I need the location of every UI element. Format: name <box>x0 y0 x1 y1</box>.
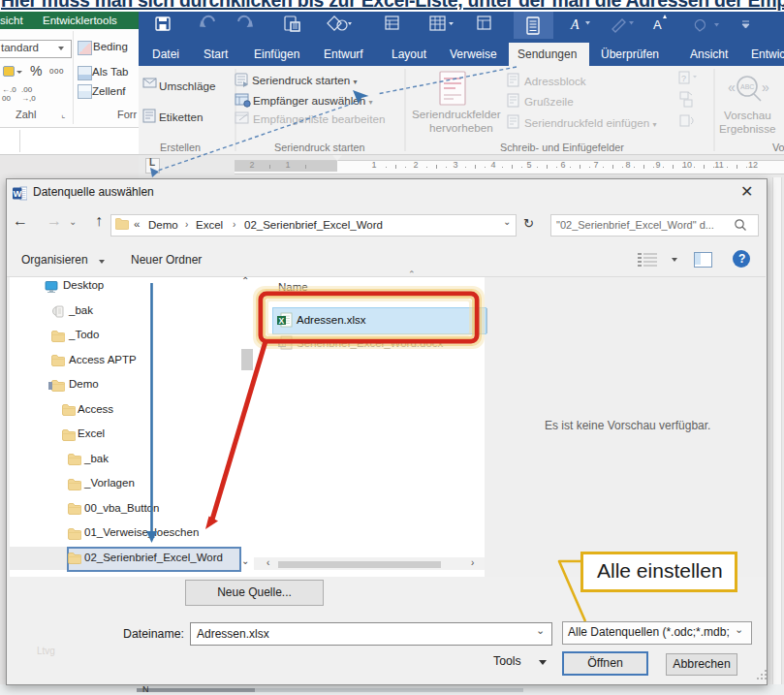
svg-text:X: X <box>279 316 285 326</box>
svg-text:W: W <box>279 339 287 348</box>
svg-text:?: ? <box>681 74 686 83</box>
svg-text:A: A <box>653 17 662 32</box>
svg-text:«: « <box>728 79 736 95</box>
svg-text:W: W <box>14 188 22 199</box>
svg-text:A: A <box>570 17 580 32</box>
svg-text:ABC: ABC <box>740 83 754 90</box>
svg-text:»: » <box>762 79 769 95</box>
